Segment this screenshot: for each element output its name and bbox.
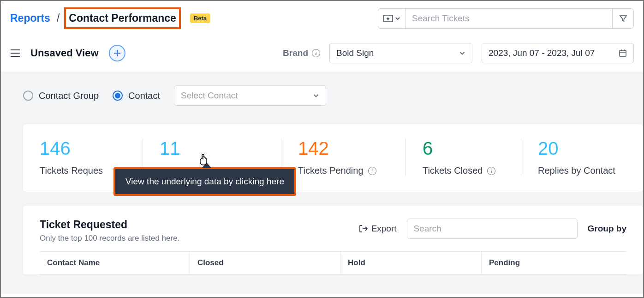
col-contact-name[interactable]: Contact Name [40,252,190,274]
info-icon[interactable]: i [368,167,376,175]
radio-label: Contact Group [39,91,99,101]
main-area: Contact Group Contact Select Contact 146… [1,72,643,294]
plus-icon [113,49,121,57]
table-heading: Ticket Requested Only the top 100 record… [40,219,179,243]
info-icon[interactable]: i [312,49,320,57]
view-title: Unsaved View [30,47,99,59]
ticket-icon [383,15,393,22]
stat-value: 146 [40,138,126,159]
stat-tickets-pending[interactable]: 142 Tickets Pending i [281,138,406,176]
col-hold[interactable]: Hold [340,252,482,274]
tooltip: View the underlying data by clicking her… [113,167,296,196]
contact-select[interactable]: Select Contact [174,85,326,106]
radio-icon [23,91,33,101]
radio-contact-group[interactable]: Contact Group [23,91,99,101]
table-card: Ticket Requested Only the top 100 record… [23,206,643,274]
table-actions: Export Group by [358,219,626,239]
brand-label-text: Brand [283,48,308,58]
stat-replies-by-contact[interactable]: 20 Replies by Contact [521,138,632,176]
table-title: Ticket Requested [40,219,179,231]
add-view-button[interactable] [109,45,125,61]
calendar-icon [619,49,627,57]
breadcrumb: Reports / Contact Performance Beta [10,7,210,29]
stat-label: Replies by Contact [538,165,615,176]
table-header-row: Ticket Requested Only the top 100 record… [40,219,626,243]
date-range-select[interactable]: 2023, Jun 07 - 2023, Jul 07 [482,43,634,63]
view-bar-right: Brand i Bold Sign 2023, Jun 07 - 2023, J… [283,43,634,63]
view-bar-left: Unsaved View [10,45,125,61]
brand-label: Brand i [283,48,320,58]
stat-value: 11 [160,138,264,159]
breadcrumb-separator: / [57,12,60,24]
stat-label: Tickets Reques [40,165,126,176]
breadcrumb-current: Contact Performance [64,7,181,29]
breadcrumb-root[interactable]: Reports [10,12,50,24]
stat-value: 142 [298,138,389,159]
chevron-down-icon [313,92,319,99]
col-pending[interactable]: Pending [482,252,626,274]
date-range-value: 2023, Jun 07 - 2023, Jul 07 [489,48,595,58]
top-bar: Reports / Contact Performance Beta [1,1,643,40]
search-input[interactable] [405,8,613,29]
search-container [378,8,634,29]
menu-icon [10,49,20,57]
view-bar: Unsaved View Brand i Bold Sign 2023, Jun… [1,40,643,72]
table-subtitle: Only the top 100 records are listed here… [40,234,179,243]
filter-button[interactable] [613,8,634,29]
col-closed[interactable]: Closed [190,252,340,274]
stat-label: Tickets Pending i [298,165,389,176]
group-by-button[interactable]: Group by [588,224,626,234]
contact-select-placeholder: Select Contact [181,91,238,101]
info-icon[interactable]: i [487,167,495,175]
stat-label: Tickets Closed i [423,165,504,176]
chevron-down-icon [459,50,465,56]
table-column-headers: Contact Name Closed Hold Pending [40,251,626,274]
export-icon [358,224,368,233]
brand-selected: Bold Sign [336,48,374,58]
export-button[interactable]: Export [358,224,397,234]
radio-icon [113,91,123,101]
radio-label: Contact [128,91,160,101]
stat-tickets-closed[interactable]: 6 Tickets Closed i [406,138,521,176]
svg-marker-1 [386,17,390,20]
beta-badge: Beta [190,13,210,23]
contact-filter-row: Contact Group Contact Select Contact [23,85,643,106]
stat-value: 6 [423,138,504,159]
chevron-down-icon [395,16,400,21]
menu-button[interactable] [10,49,20,57]
radio-contact[interactable]: Contact [113,91,160,101]
export-label: Export [371,224,397,234]
table-search-input[interactable] [407,219,578,239]
tooltip-text: View the underlying data by clicking her… [113,167,296,196]
search-category-dropdown[interactable] [378,8,405,29]
svg-rect-7 [620,50,626,56]
brand-select[interactable]: Bold Sign [329,43,472,63]
filter-icon [619,14,627,23]
stat-value: 20 [538,138,615,159]
